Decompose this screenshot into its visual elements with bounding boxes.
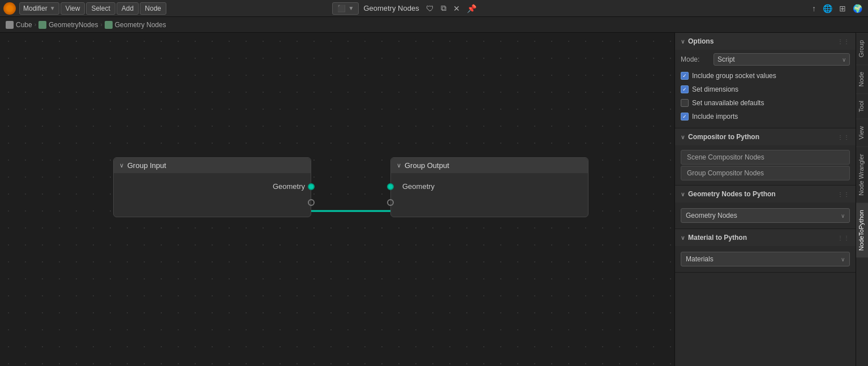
group-output-geometry-socket[interactable] bbox=[387, 183, 394, 190]
breadcrumb-sep-1: › bbox=[35, 21, 36, 28]
side-tab-node-label: Node bbox=[858, 72, 865, 87]
material-python-body: Materials ∨ bbox=[675, 246, 856, 272]
scene-compositor-btn[interactable]: Scene Compositor Nodes bbox=[681, 150, 850, 165]
editor-type-dropdown[interactable]: ⬛ ▼ bbox=[332, 2, 359, 15]
breadcrumb-cube[interactable]: Cube bbox=[6, 21, 32, 29]
cb-set-dimensions-box[interactable]: ✓ bbox=[681, 85, 689, 93]
nodes-icon bbox=[105, 21, 113, 29]
breadcrumb: Cube › GeometryNodes › Geometry Nodes bbox=[0, 17, 868, 33]
options-section-header[interactable]: ∨ Options ⋮⋮ bbox=[675, 33, 856, 50]
cb-include-group-socket-box[interactable]: ✓ bbox=[681, 72, 689, 80]
options-title-label: Options bbox=[688, 37, 714, 45]
node-canvas[interactable]: ∨ Group Input Geometry ∨ Group Output bbox=[0, 33, 674, 366]
materials-dropdown[interactable]: Materials ∨ bbox=[681, 252, 850, 266]
cb-check-icon: ✓ bbox=[682, 74, 687, 79]
group-output-body: Geometry bbox=[391, 173, 588, 217]
side-tab-node-wrangler[interactable]: Node Wrangler bbox=[856, 147, 868, 203]
geonodes-python-body: Geometry Nodes ∨ bbox=[675, 203, 856, 229]
group-output-title: Group Output bbox=[405, 161, 449, 170]
group-input-header[interactable]: ∨ Group Input bbox=[114, 158, 311, 173]
blender-logo[interactable] bbox=[3, 2, 16, 15]
scene-compositor-label: Scene Compositor Nodes bbox=[687, 153, 764, 161]
group-input-add-socket[interactable] bbox=[308, 199, 315, 206]
topbar-world-icon[interactable]: 🌍 bbox=[850, 2, 865, 15]
topbar-up-icon[interactable]: ↑ bbox=[810, 2, 818, 15]
group-output-collapse-icon: ∨ bbox=[397, 162, 401, 169]
side-tab-nodetopython[interactable]: NodeToPython bbox=[856, 203, 868, 257]
breadcrumb-sep-2: › bbox=[100, 21, 102, 28]
compositor-body: Scene Compositor Nodes Group Compositor … bbox=[675, 145, 856, 185]
group-input-geometry-socket[interactable] bbox=[308, 183, 315, 190]
side-tab-tool[interactable]: Tool bbox=[856, 93, 868, 119]
topbar-grid-icon[interactable]: ⊞ bbox=[837, 2, 848, 15]
right-panel: ∨ Options ⋮⋮ Mode: Script ∨ ✓ I bbox=[674, 33, 856, 366]
geonodes-dropdown[interactable]: Geometry Nodes ∨ bbox=[681, 208, 850, 223]
copy-icon[interactable]: ⧉ bbox=[439, 2, 449, 15]
geonodes-python-header[interactable]: ∨ Geometry Nodes to Python ⋮⋮ bbox=[675, 186, 856, 203]
close-icon[interactable]: ✕ bbox=[451, 2, 462, 15]
side-tab-group[interactable]: Group bbox=[856, 33, 868, 64]
group-output-geometry-label: Geometry bbox=[397, 182, 435, 191]
compositor-dots: ⋮⋮ bbox=[837, 134, 850, 140]
topbar-center: ⬛ ▼ Geometry Nodes 🛡 ⧉ ✕ 📌 bbox=[332, 2, 478, 15]
shield-icon[interactable]: 🛡 bbox=[424, 2, 436, 15]
group-input-collapse-icon: ∨ bbox=[119, 162, 124, 169]
cb-set-dimensions: ✓ Set dimensions bbox=[681, 84, 850, 95]
geonodes-python-title-label: Geometry Nodes to Python bbox=[688, 190, 776, 198]
side-tab-node[interactable]: Node bbox=[856, 64, 868, 93]
cb-include-group-socket-label: Include group socket values bbox=[692, 72, 776, 80]
group-output-header[interactable]: ∨ Group Output bbox=[391, 158, 588, 173]
breadcrumb-nodes[interactable]: Geometry Nodes bbox=[105, 21, 166, 29]
group-input-geometry-label: Geometry bbox=[273, 182, 305, 191]
materials-dropdown-chevron: ∨ bbox=[841, 256, 845, 262]
mode-row: Mode: Script ∨ bbox=[681, 53, 850, 66]
options-dots: ⋮⋮ bbox=[837, 38, 850, 45]
select-menu[interactable]: Select bbox=[86, 2, 115, 15]
node-menu[interactable]: Node bbox=[140, 2, 166, 15]
cb-include-group-socket: ✓ Include group socket values bbox=[681, 70, 850, 81]
material-python-title-label: Material to Python bbox=[688, 234, 747, 242]
topbar-globe-icon[interactable]: 🌐 bbox=[820, 2, 835, 15]
side-tab-nodetopython-label: NodeToPython bbox=[858, 210, 865, 251]
cb-include-imports: ✓ Include imports bbox=[681, 111, 850, 122]
compositor-title-label: Compositor to Python bbox=[688, 133, 759, 141]
options-collapse-icon: ∨ bbox=[681, 38, 685, 45]
material-python-collapse-icon: ∨ bbox=[681, 235, 685, 241]
breadcrumb-geonodes[interactable]: GeometryNodes bbox=[38, 21, 98, 29]
group-input-add-row bbox=[114, 194, 311, 211]
cb-include-imports-check: ✓ bbox=[682, 114, 687, 119]
group-output-geometry-row: Geometry bbox=[391, 179, 588, 194]
group-output-node: ∨ Group Output Geometry bbox=[390, 157, 588, 217]
cb-include-imports-box[interactable]: ✓ bbox=[681, 113, 689, 120]
mode-label: Mode: bbox=[681, 55, 709, 63]
side-tabs: Group Node Tool View Node Wrangler NodeT… bbox=[856, 33, 868, 366]
material-python-header[interactable]: ∨ Material to Python ⋮⋮ bbox=[675, 229, 856, 246]
group-compositor-label: Group Compositor Nodes bbox=[687, 169, 764, 177]
cb-set-unavailable-box[interactable] bbox=[681, 99, 689, 107]
view-menu[interactable]: View bbox=[61, 2, 85, 15]
modifier-chevron: ▼ bbox=[50, 5, 55, 11]
add-menu[interactable]: Add bbox=[117, 2, 139, 15]
compositor-title: ∨ Compositor to Python bbox=[681, 133, 759, 141]
geonodes-python-collapse-icon: ∨ bbox=[681, 191, 685, 197]
group-output-add-socket[interactable] bbox=[387, 199, 394, 206]
cb-set-unavailable: Set unavailable defaults bbox=[681, 97, 850, 109]
side-tab-view[interactable]: View bbox=[856, 119, 868, 147]
breadcrumb-cube-label: Cube bbox=[16, 21, 32, 29]
geonodes-dropdown-label: Geometry Nodes bbox=[686, 212, 737, 219]
material-python-dots: ⋮⋮ bbox=[837, 235, 850, 241]
side-tab-view-label: View bbox=[858, 126, 865, 140]
main-layout: ∨ Group Input Geometry ∨ Group Output bbox=[0, 33, 868, 366]
compositor-section-header[interactable]: ∨ Compositor to Python ⋮⋮ bbox=[675, 128, 856, 145]
modifier-dropdown[interactable]: Modifier ▼ bbox=[19, 2, 59, 15]
pin-icon[interactable]: 📌 bbox=[465, 2, 479, 15]
topbar-right: ↑ 🌐 ⊞ 🌍 bbox=[810, 2, 865, 15]
group-input-title: Group Input bbox=[127, 161, 166, 170]
group-input-geometry-row: Geometry bbox=[114, 179, 311, 194]
mode-chevron: ∨ bbox=[842, 57, 846, 63]
cb-set-unavailable-label: Set unavailable defaults bbox=[692, 99, 764, 107]
compositor-section: ∨ Compositor to Python ⋮⋮ Scene Composit… bbox=[675, 128, 856, 186]
group-compositor-btn[interactable]: Group Compositor Nodes bbox=[681, 166, 850, 180]
geonodes-python-title: ∨ Geometry Nodes to Python bbox=[681, 190, 776, 198]
mode-select[interactable]: Script ∨ bbox=[714, 53, 850, 66]
